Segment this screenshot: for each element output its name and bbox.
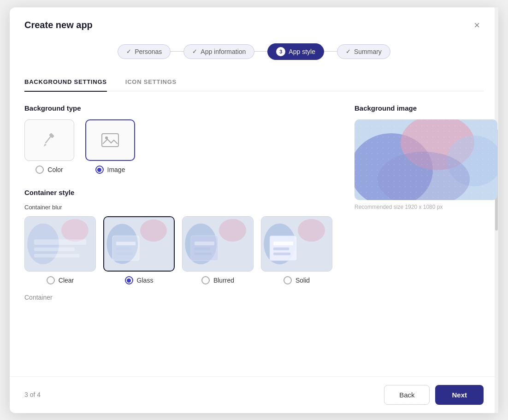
step-connector-3 xyxy=(324,51,337,52)
bg-main-preview-container: Recommended size 1920 x 1080 px xyxy=(354,119,497,218)
footer-buttons: Back Next xyxy=(384,385,484,405)
step-app-style-label: App style xyxy=(289,48,315,55)
image-placeholder-icon xyxy=(99,129,121,151)
background-type-title: Background type xyxy=(24,104,332,112)
right-column: Background image xyxy=(354,104,498,301)
bg-main-preview[interactable] xyxy=(354,119,497,200)
svg-rect-8 xyxy=(34,248,75,251)
dialog-header: Create new app × xyxy=(10,7,498,32)
page-indicator: 3 of 4 xyxy=(24,391,41,398)
solid-preview-icon xyxy=(261,217,332,271)
svg-point-12 xyxy=(140,219,167,242)
image-option[interactable]: Image xyxy=(85,119,135,174)
image-label: Image xyxy=(107,166,125,173)
close-button[interactable]: × xyxy=(470,18,484,32)
container-style-section: Container style Container blur xyxy=(24,189,332,284)
two-col-layout: Background type xyxy=(24,104,484,301)
color-label: Color xyxy=(47,166,63,173)
back-button[interactable]: Back xyxy=(384,385,430,405)
main-content: Background type xyxy=(10,91,498,376)
clear-card[interactable] xyxy=(24,216,96,272)
bg-recommended-size: Recommended size 1920 x 1080 px xyxy=(354,204,497,210)
svg-rect-15 xyxy=(116,248,132,250)
svg-rect-23 xyxy=(195,253,212,255)
app-info-check-icon: ✓ xyxy=(192,48,197,55)
solid-radio-label[interactable]: Solid xyxy=(284,276,310,284)
svg-point-26 xyxy=(298,219,325,242)
app-style-number-icon: 3 xyxy=(276,47,285,56)
tab-background-settings[interactable]: BACKGROUND SETTINGS xyxy=(24,73,107,92)
blurred-label: Blurred xyxy=(213,277,234,284)
color-type-card[interactable] xyxy=(24,119,74,161)
svg-rect-2 xyxy=(102,134,118,147)
step-summary-label: Summary xyxy=(354,48,382,55)
solid-option[interactable]: Solid xyxy=(261,216,332,284)
step-personas-label: Personas xyxy=(135,48,162,55)
glass-radio-label[interactable]: Glass xyxy=(125,276,154,284)
solid-radio[interactable] xyxy=(284,276,292,284)
step-connector-2 xyxy=(254,51,267,52)
container-style-title: Container style xyxy=(24,189,332,196)
svg-rect-21 xyxy=(195,242,214,245)
dialog-title: Create new app xyxy=(24,20,93,30)
svg-rect-29 xyxy=(273,248,289,250)
blurred-option[interactable]: Blurred xyxy=(182,216,254,284)
next-button[interactable]: Next xyxy=(435,385,484,405)
paintbrush-icon xyxy=(39,130,59,150)
solid-label: Solid xyxy=(295,277,310,284)
step-app-information[interactable]: ✓ App information xyxy=(183,44,254,59)
color-option[interactable]: Color xyxy=(24,119,74,174)
step-connector-1 xyxy=(171,51,183,52)
background-type-options: Color xyxy=(24,119,332,174)
summary-check-icon: ✓ xyxy=(346,48,351,55)
image-radio-label[interactable]: Image xyxy=(95,166,125,174)
clear-option[interactable]: Clear xyxy=(24,216,96,284)
glass-label: Glass xyxy=(137,277,154,284)
glass-option[interactable]: Glass xyxy=(103,216,175,284)
container-partial-label: Container xyxy=(24,294,332,301)
dialog-footer: 3 of 4 Back Next xyxy=(10,376,498,413)
svg-rect-37 xyxy=(354,119,497,200)
color-radio-label[interactable]: Color xyxy=(35,166,63,174)
svg-rect-28 xyxy=(273,242,293,245)
stepper: ✓ Personas ✓ App information 3 App style… xyxy=(10,32,498,60)
solid-card[interactable] xyxy=(261,216,332,272)
step-app-style[interactable]: 3 App style xyxy=(267,43,324,60)
clear-preview-icon xyxy=(25,217,95,271)
blurred-radio[interactable] xyxy=(201,276,210,284)
clear-label: Clear xyxy=(59,277,74,284)
step-app-information-label: App information xyxy=(201,48,246,55)
svg-rect-7 xyxy=(34,239,86,245)
color-radio[interactable] xyxy=(35,166,44,174)
blur-options: Clear xyxy=(24,216,332,284)
svg-rect-16 xyxy=(116,252,133,255)
left-column: Background type xyxy=(24,104,332,301)
svg-rect-9 xyxy=(34,254,79,258)
blurred-card[interactable] xyxy=(182,216,254,272)
svg-rect-30 xyxy=(273,253,290,255)
svg-rect-22 xyxy=(195,248,210,250)
personas-check-icon: ✓ xyxy=(126,48,131,55)
step-personas[interactable]: ✓ Personas xyxy=(118,44,171,59)
blurred-radio-label[interactable]: Blurred xyxy=(201,276,234,284)
step-summary[interactable]: ✓ Summary xyxy=(337,44,390,59)
image-radio[interactable] xyxy=(95,166,104,174)
container-blur-label: Container blur xyxy=(24,204,332,211)
create-app-dialog: Create new app × ✓ Personas ✓ App inform… xyxy=(10,7,498,413)
clear-radio[interactable] xyxy=(47,276,55,284)
clear-radio-label[interactable]: Clear xyxy=(47,276,74,284)
glass-radio[interactable] xyxy=(125,276,133,284)
blurred-preview-icon xyxy=(183,217,253,271)
scrollbar-track[interactable] xyxy=(495,7,498,413)
tab-icon-settings[interactable]: ICON SETTINGS xyxy=(125,73,177,92)
bg-main-image xyxy=(354,119,497,200)
background-image-title: Background image xyxy=(354,104,498,112)
svg-point-6 xyxy=(61,219,89,242)
svg-point-19 xyxy=(219,219,246,242)
glass-card[interactable] xyxy=(103,216,175,272)
svg-rect-14 xyxy=(116,242,136,245)
image-type-card[interactable] xyxy=(85,119,135,161)
background-image-row: Recommended size 1920 x 1080 px + xyxy=(354,119,498,218)
tabs-bar: BACKGROUND SETTINGS ICON SETTINGS xyxy=(24,73,484,92)
glass-preview-icon xyxy=(104,217,174,271)
